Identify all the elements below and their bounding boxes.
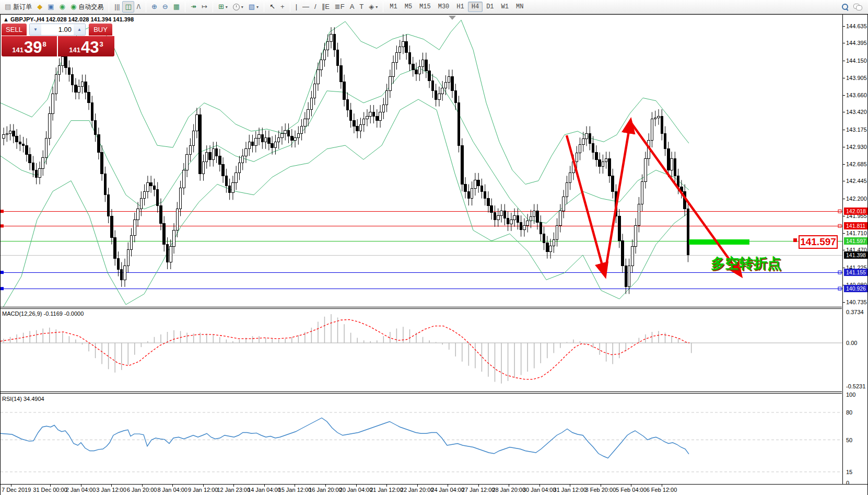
volume-increase-button[interactable]: ▲ <box>74 24 85 35</box>
price-tag-handle[interactable] <box>793 238 797 242</box>
search-icon[interactable] <box>842 4 848 10</box>
cursor-icon[interactable]: ↖ <box>267 1 278 13</box>
candle <box>268 131 271 151</box>
price-tag-box[interactable]: 141.597 <box>799 235 838 249</box>
tile-windows-icon[interactable]: ▦ <box>171 1 182 13</box>
candlestick-chart-icon[interactable]: ◫ <box>122 1 134 13</box>
trendline-icon[interactable]: / <box>312 1 319 13</box>
rsi-axis-label: 100 <box>846 392 855 398</box>
timeframe-button-w1[interactable]: W1 <box>498 2 512 12</box>
timeframe-button-h1[interactable]: H1 <box>453 2 467 12</box>
signals-icon: ◉ <box>60 2 65 12</box>
channel-icon[interactable]: ∥E <box>319 1 332 13</box>
new-chart-icon[interactable]: ⊞▾ <box>216 1 230 13</box>
price-tick-mark <box>843 268 845 268</box>
trend-arrow[interactable] <box>605 122 630 274</box>
macd-panel[interactable] <box>1 309 842 392</box>
rsi-panel[interactable] <box>1 394 842 484</box>
candle <box>395 45 398 70</box>
timeframe-button-m1[interactable]: M1 <box>386 2 401 12</box>
auto-trading-button[interactable]: ◉自动交易 <box>68 1 106 13</box>
bar-chart-icon[interactable]: ||| <box>112 1 122 13</box>
candle <box>526 214 529 232</box>
candle <box>687 202 689 262</box>
candle <box>510 213 513 231</box>
timeframe-button-m15[interactable]: M15 <box>416 2 435 12</box>
volume-stepper: ▼ 1.00 ▲ <box>29 24 86 36</box>
candle <box>215 142 218 163</box>
signals-icon[interactable]: ◉ <box>57 1 68 13</box>
candle <box>26 139 28 162</box>
candle <box>431 74 434 98</box>
candle <box>566 176 568 204</box>
price-tick-label: 142.930 <box>846 144 867 150</box>
candle <box>559 204 562 232</box>
time-label: 28 Jan 20:00 <box>492 487 525 493</box>
timeframe-button-d1[interactable]: D1 <box>483 2 497 12</box>
volume-input[interactable]: 1.00 <box>41 24 74 35</box>
candle <box>418 60 421 81</box>
price-tick-label: 142.445 <box>846 178 867 184</box>
chart-shift-marker-icon[interactable] <box>449 16 456 20</box>
chevron-down-icon: ▾ <box>226 5 228 9</box>
chart-shift-icon[interactable]: ↦ <box>199 1 210 13</box>
candle <box>359 118 362 138</box>
candle <box>323 43 326 67</box>
arrows-icon[interactable]: ◈▾ <box>366 1 380 13</box>
vertical-line-icon[interactable]: | <box>293 1 300 13</box>
new-chart-icon: ⊞ <box>218 2 224 12</box>
market-watch-icon[interactable]: ◆ <box>34 1 45 13</box>
candle <box>88 85 90 110</box>
time-tick-mark <box>386 485 387 487</box>
horizontal-level-line[interactable] <box>1 287 842 290</box>
candle <box>140 191 143 216</box>
zoom-out-icon[interactable]: ⊖ <box>160 1 171 13</box>
volume-decrease-button[interactable]: ▼ <box>30 24 41 35</box>
buy-button[interactable]: BUY <box>89 24 112 36</box>
timeframe-button-m5[interactable]: M5 <box>401 2 416 12</box>
price-tick-label: 142.685 <box>846 161 867 167</box>
timeframe-button-h4[interactable]: H4 <box>468 2 483 12</box>
auto-scroll-icon[interactable]: ↠ <box>188 1 199 13</box>
time-label: 27 Jan 12:00 <box>462 487 495 493</box>
candle <box>22 137 25 153</box>
horizontal-level-line[interactable] <box>1 210 842 213</box>
trend-arrow[interactable] <box>567 135 605 274</box>
crosshair-icon[interactable]: + <box>278 1 287 13</box>
rsi-axis-label: 80 <box>846 409 852 416</box>
period-icon[interactable]: ▾ <box>230 1 246 13</box>
candle <box>170 239 172 269</box>
zoom-out-icon: ⊖ <box>162 2 168 12</box>
timeframe-button-m30[interactable]: M30 <box>435 2 453 12</box>
line-chart-icon[interactable]: /\ <box>134 1 143 13</box>
time-tick-mark <box>448 485 448 487</box>
candle <box>261 128 264 149</box>
price-axis[interactable]: 144.635144.395144.150143.905143.660143.4… <box>842 15 867 484</box>
annotation-text[interactable]: 多空转折点 <box>711 254 781 273</box>
candle <box>412 57 415 77</box>
template-icon[interactable]: ▧▾ <box>246 1 261 13</box>
text-label-icon[interactable]: T <box>357 1 366 13</box>
macd-axis-label: 0.00 <box>846 340 857 346</box>
new-order-button[interactable]: ▤新订单 <box>2 1 34 13</box>
buy-price-button[interactable]: 141 43 3 <box>58 36 114 56</box>
sell-button[interactable]: SELL <box>2 24 27 36</box>
candle <box>389 70 392 98</box>
horizontal-level-line[interactable] <box>1 224 842 227</box>
time-tick-mark <box>203 485 204 487</box>
timeframe-button-mn[interactable]: MN <box>512 2 527 12</box>
horizontal-line-icon[interactable]: — <box>300 1 312 13</box>
sell-price-button[interactable]: 141 39 8 <box>2 36 57 56</box>
time-axis[interactable]: 7 Dec 201931 Dec 00:002 Jan 04:003 Jan 1… <box>1 484 867 495</box>
macd-signal-line <box>1 319 689 379</box>
trend-arrow[interactable] <box>630 122 740 274</box>
fibonacci-icon[interactable]: ≣F <box>332 1 347 13</box>
chart-window[interactable]: ▲ GBPJPY-,H4 142.028 142.028 141.394 141… <box>0 14 868 495</box>
zoom-in-icon[interactable]: ⊕ <box>149 1 160 13</box>
candle <box>553 233 555 253</box>
profiles-icon[interactable]: ▣ <box>45 1 56 13</box>
chat-icon[interactable] <box>853 4 862 10</box>
time-tick-mark <box>325 485 326 487</box>
text-icon[interactable]: A <box>347 1 357 13</box>
candle <box>654 111 656 126</box>
